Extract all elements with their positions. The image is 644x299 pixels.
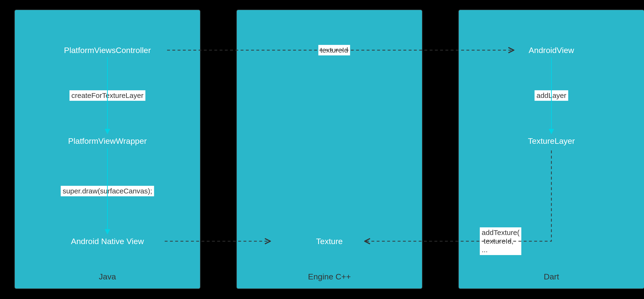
edge-label-addtexture: addTexture( textureId, ... bbox=[480, 227, 521, 255]
node-texturelayer: TextureLayer bbox=[528, 136, 575, 146]
diagram-canvas: Java Engine C++ Dart PlatformViewsContro… bbox=[0, 0, 644, 299]
node-android-native-view: Android Native View bbox=[71, 237, 144, 246]
box-java-label: Java bbox=[99, 272, 116, 281]
edge-label-addlayer: addLayer bbox=[534, 90, 568, 101]
node-androidview: AndroidView bbox=[529, 46, 574, 55]
node-texture: Texture bbox=[316, 237, 343, 246]
box-dart-label: Dart bbox=[544, 272, 559, 281]
node-platformviewwrapper: PlatformViewWrapper bbox=[68, 136, 146, 146]
node-platformviewscontroller: PlatformViewsController bbox=[64, 46, 151, 55]
edge-label-superdraw: super.draw(surfaceCanvas); bbox=[61, 186, 154, 196]
edge-label-createfortexturelayer: createForTextureLayer bbox=[70, 90, 145, 101]
box-engine-label: Engine C++ bbox=[308, 272, 351, 281]
edge-label-textureid: textureId bbox=[318, 45, 350, 55]
